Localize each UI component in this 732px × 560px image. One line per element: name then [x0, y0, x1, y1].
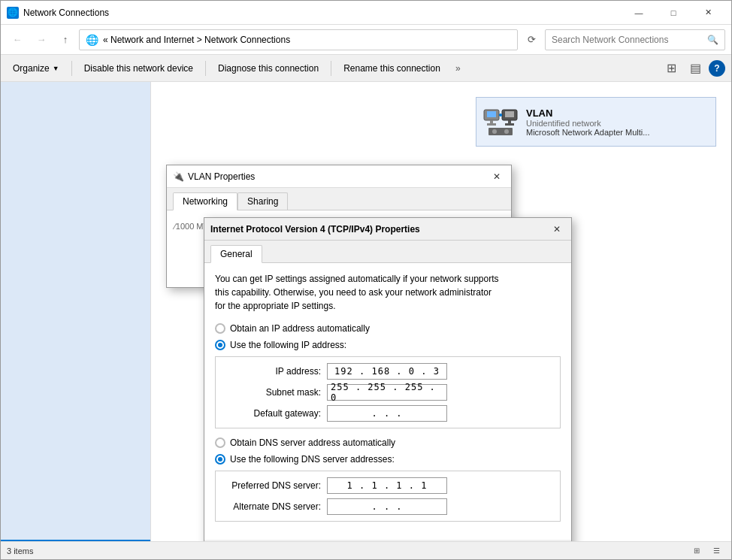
rename-button[interactable]: Rename this connection [337, 58, 446, 79]
manual-ip-radio-label[interactable]: Use the following IP address: [215, 340, 561, 350]
ipv4-title-bar: Internet Protocol Version 4 (TCP/IPv4) P… [204, 218, 571, 241]
alternate-dns-label: Alternate DNS server: [223, 501, 321, 512]
window-icon: 🌐 [7, 7, 19, 19]
vlan-dialog-title-bar: 🔌 VLAN Properties ✕ [167, 165, 511, 188]
auto-ip-radio-label[interactable]: Obtain an IP address automatically [215, 323, 561, 334]
vlan-dialog-tabs: Networking Sharing [167, 188, 511, 210]
dns-fields: Preferred DNS server: 1 . 1 . 1 . 1 Alte… [215, 471, 561, 522]
title-bar: 🌐 Network Connections — □ ✕ [1, 1, 731, 25]
ipv4-dialog-title: Internet Protocol Version 4 (TCP/IPv4) P… [210, 224, 549, 235]
vlan-tab-networking[interactable]: Networking [173, 192, 237, 210]
auto-dns-radio-label[interactable]: Obtain DNS server address automatically [215, 437, 561, 448]
svg-point-11 [492, 129, 497, 134]
ip-address-row: IP address: 192 . 168 . 0 . 3 [223, 363, 552, 380]
vlan-dialog-icon: 🔌 [173, 171, 183, 182]
status-bar: 3 items ⊞ ☰ [1, 541, 731, 559]
network-adapter: Microsoft Network Adapter Multi... [526, 128, 709, 137]
auto-dns-radio[interactable] [215, 437, 225, 448]
svg-rect-10 [489, 128, 513, 135]
svg-rect-7 [505, 123, 514, 126]
svg-rect-5 [505, 111, 514, 117]
close-window-button[interactable]: ✕ [691, 1, 725, 25]
auto-ip-radio[interactable] [215, 323, 225, 334]
preferred-dns-input[interactable]: 1 . 1 . 1 . 1 [327, 477, 447, 494]
svg-rect-3 [487, 123, 496, 126]
refresh-button[interactable]: ⟳ [521, 29, 542, 50]
manual-dns-radio[interactable] [215, 454, 225, 465]
auto-ip-group: Obtain an IP address automatically [215, 323, 561, 334]
manual-ip-radio-dot [218, 343, 222, 347]
default-gateway-row: Default gateway: . . . [223, 405, 552, 422]
main-window: 🌐 Network Connections — □ ✕ ← → ↑ 🌐 « Ne… [0, 0, 732, 560]
default-gateway-label: Default gateway: [223, 408, 321, 419]
forward-button[interactable]: → [31, 29, 52, 50]
main-content: VLAN Unidentified network Microsoft Netw… [151, 82, 731, 541]
toolbar-separator-2 [205, 61, 206, 76]
alternate-dns-row: Alternate DNS server: . . . [223, 498, 552, 515]
ipv4-description: You can get IP settings assigned automat… [215, 272, 561, 313]
title-bar-buttons: — □ ✕ [622, 1, 725, 25]
validate-row: Validate settings upon exit Advanced... [204, 540, 571, 541]
diagnose-button[interactable]: Diagnose this connection [212, 58, 325, 79]
toolbar: Organize ▼ Disable this network device D… [1, 55, 731, 82]
vlan-tab-sharing[interactable]: Sharing [237, 192, 288, 210]
content-area: VLAN Unidentified network Microsoft Netw… [1, 82, 731, 541]
ipv4-properties-dialog: Internet Protocol Version 4 (TCP/IPv4) P… [204, 217, 572, 541]
svg-point-12 [504, 129, 509, 134]
search-icon: 🔍 [707, 35, 718, 45]
organize-button[interactable]: Organize ▼ [7, 58, 65, 79]
maximize-button[interactable]: □ [656, 1, 691, 25]
list-view-button[interactable]: ⊞ [688, 543, 706, 558]
path-icon: 🌐 [86, 34, 98, 46]
preferred-dns-row: Preferred DNS server: 1 . 1 . 1 . 1 [223, 477, 552, 494]
window-title: Network Connections [23, 8, 622, 18]
network-info: VLAN Unidentified network Microsoft Netw… [526, 107, 709, 137]
auto-dns-group: Obtain DNS server address automatically [215, 437, 561, 448]
status-view-icons: ⊞ ☰ [688, 543, 725, 558]
svg-rect-2 [490, 120, 493, 123]
disable-network-button[interactable]: Disable this network device [78, 58, 199, 79]
manual-dns-radio-label[interactable]: Use the following DNS server addresses: [215, 454, 561, 465]
back-button[interactable]: ← [7, 29, 28, 50]
network-connection-icon [482, 104, 519, 140]
subnet-mask-input[interactable]: 255 . 255 . 255 . 0 [327, 384, 447, 401]
alternate-dns-input[interactable]: . . . [327, 498, 447, 515]
minimize-button[interactable]: — [622, 1, 656, 25]
ipv4-body: You can get IP settings assigned automat… [204, 263, 571, 540]
organize-arrow-icon: ▼ [53, 65, 59, 72]
search-box: 🔍 [545, 29, 725, 50]
help-button[interactable]: ? [709, 60, 725, 77]
subnet-mask-row: Subnet mask: 255 . 255 . 255 . 0 [223, 384, 552, 401]
network-status: Unidentified network [526, 119, 709, 128]
ip-address-fields: IP address: 192 . 168 . 0 . 3 Subnet mas… [215, 356, 561, 428]
preferred-dns-label: Preferred DNS server: [223, 480, 321, 491]
toolbar-separator-3 [331, 61, 331, 76]
view-options-button[interactable]: ⊞ [661, 58, 682, 79]
manual-ip-radio[interactable] [215, 340, 225, 350]
svg-rect-1 [487, 111, 496, 117]
manual-dns-group: Use the following DNS server addresses: [215, 454, 561, 465]
ip-address-input[interactable]: 192 . 168 . 0 . 3 [327, 363, 447, 380]
nav-panel [1, 82, 151, 541]
network-connection-item[interactable]: VLAN Unidentified network Microsoft Netw… [476, 97, 716, 147]
ipv4-dialog-close-button[interactable]: ✕ [549, 221, 565, 238]
svg-rect-6 [508, 120, 511, 123]
svg-point-9 [499, 114, 502, 117]
up-button[interactable]: ↑ [55, 29, 76, 50]
more-options-button[interactable]: » [449, 58, 467, 79]
pane-button[interactable]: ▤ [685, 58, 706, 79]
manual-dns-radio-dot [218, 457, 222, 462]
toolbar-separator-1 [71, 61, 72, 76]
address-path-text: 🌐 « Network and Internet > Network Conne… [86, 34, 290, 46]
ip-address-label: IP address: [223, 366, 321, 377]
address-path[interactable]: 🌐 « Network and Internet > Network Conne… [79, 29, 518, 50]
subnet-mask-label: Subnet mask: [223, 387, 321, 398]
search-input[interactable] [552, 35, 707, 45]
items-count: 3 items [7, 546, 688, 555]
default-gateway-input[interactable]: . . . [327, 405, 447, 422]
vlan-dialog-close-button[interactable]: ✕ [489, 168, 505, 185]
network-name: VLAN [526, 107, 709, 119]
detail-view-button[interactable]: ☰ [707, 543, 725, 558]
vlan-dialog-title: VLAN Properties [188, 171, 489, 182]
ipv4-tab-general[interactable]: General [210, 245, 262, 263]
